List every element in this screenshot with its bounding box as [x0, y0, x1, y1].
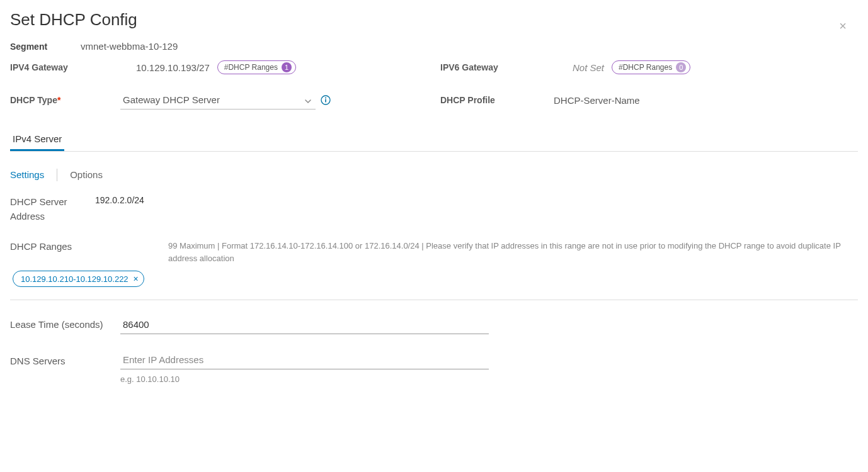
dns-servers-label: DNS Servers	[10, 351, 120, 369]
lease-time-input[interactable]	[120, 315, 489, 334]
dhcp-ranges-label: DHCP Ranges	[10, 240, 168, 254]
dhcp-server-address-label: DHCP Server Address	[10, 195, 95, 223]
ipv6-gateway-label: IPV6 Gateway	[440, 62, 573, 72]
ipv4-gateway-label: IPV4 Gateway	[10, 62, 136, 72]
tab-ipv4-server[interactable]: IPv4 Server	[10, 128, 64, 151]
info-icon[interactable]	[321, 95, 331, 105]
page-title: Set DHCP Config	[10, 10, 858, 30]
dhcp-range-tag[interactable]: 10.129.10.210-10.129.10.222 ×	[13, 271, 144, 287]
remove-tag-icon[interactable]: ×	[134, 274, 139, 284]
ipv4-dhcp-ranges-pill[interactable]: #DHCP Ranges 1	[217, 60, 296, 74]
subtab-options[interactable]: Options	[70, 167, 103, 183]
dhcp-profile-value: DHCP-Server-Name	[554, 95, 640, 106]
ipv4-ranges-count-badge: 1	[282, 62, 292, 72]
subtab-divider	[57, 169, 57, 181]
dhcp-profile-label: DHCP Profile	[440, 95, 554, 105]
server-tabs: IPv4 Server	[10, 128, 858, 152]
dhcp-type-label: DHCP Type*	[10, 95, 120, 105]
ipv6-ranges-count-badge: 0	[676, 62, 686, 72]
dhcp-server-address-value: 192.0.2.0/24	[95, 195, 858, 205]
lease-time-label: Lease Time (seconds)	[10, 318, 120, 332]
dns-servers-hint: e.g. 10.10.10.10	[120, 374, 489, 384]
svg-rect-2	[325, 99, 326, 103]
ipv4-gateway-value: 10.129.10.193/27	[136, 62, 210, 73]
dns-servers-input[interactable]	[120, 351, 489, 369]
close-icon[interactable]: ×	[839, 19, 847, 33]
ipv6-ranges-pill-label: #DHCP Ranges	[619, 63, 672, 72]
dhcp-range-tag-text: 10.129.10.210-10.129.10.222	[21, 274, 128, 284]
subtab-settings[interactable]: Settings	[10, 167, 44, 183]
dhcp-type-selected: Gateway DHCP Server	[123, 94, 220, 105]
dhcp-ranges-help: 99 Maximum | Format 172.16.14.10-172.16.…	[168, 240, 858, 264]
segment-value: vmnet-webbma-10-129	[81, 41, 178, 52]
segment-label: Segment	[10, 42, 73, 52]
ipv6-dhcp-ranges-pill[interactable]: #DHCP Ranges 0	[612, 60, 690, 74]
dhcp-type-select[interactable]: Gateway DHCP Server	[120, 91, 316, 110]
divider	[10, 300, 858, 300]
svg-point-1	[325, 98, 326, 99]
subtabs: Settings Options	[10, 167, 858, 183]
ipv4-ranges-pill-label: #DHCP Ranges	[224, 63, 278, 72]
ipv6-gateway-value: Not Set	[573, 62, 604, 73]
chevron-down-icon	[304, 97, 312, 107]
